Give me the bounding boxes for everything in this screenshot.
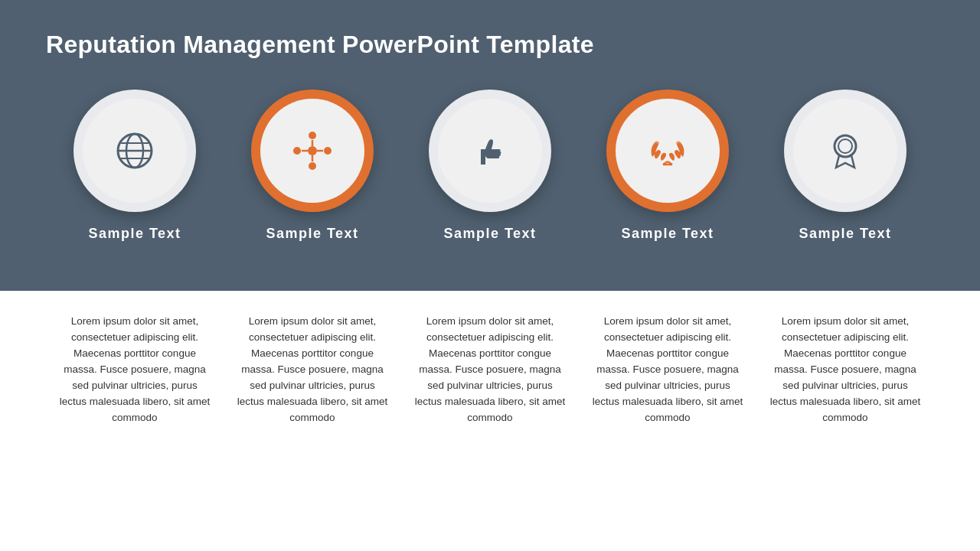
page-title: Reputation Management PowerPoint Templat… <box>46 31 934 59</box>
bottom-section: Lorem ipsum dolor sit amet, consectetuer… <box>0 291 980 551</box>
laurel-icon <box>645 128 691 174</box>
svg-point-18 <box>838 139 852 153</box>
text-row: Lorem ipsum dolor sit amet, consectetuer… <box>46 314 934 425</box>
icon-item-thumbsup: Sample Text <box>413 90 567 242</box>
svg-point-5 <box>308 146 317 155</box>
svg-point-8 <box>309 132 316 139</box>
circle-inner-laurel <box>616 99 720 203</box>
icon-label-network: Sample Text <box>266 226 358 242</box>
circle-globe <box>74 90 196 212</box>
text-col-4: Lorem ipsum dolor sit amet, consectetuer… <box>591 314 744 425</box>
text-col-3: Lorem ipsum dolor sit amet, consectetuer… <box>413 314 567 425</box>
text-col-5: Lorem ipsum dolor sit amet, consectetuer… <box>769 314 922 425</box>
icon-item-badge: Sample Text <box>769 90 922 242</box>
icon-item-globe: Sample Text <box>58 90 211 242</box>
icon-item-laurel: Sample Text <box>591 90 744 242</box>
circle-badge <box>784 90 906 212</box>
circle-laurel <box>606 90 729 212</box>
text-col-2: Lorem ipsum dolor sit amet, consectetuer… <box>236 314 389 425</box>
svg-point-9 <box>309 162 316 170</box>
thumbsup-icon <box>467 128 513 174</box>
icon-label-badge: Sample Text <box>799 226 891 242</box>
icon-label-laurel: Sample Text <box>621 226 714 242</box>
text-col-1: Lorem ipsum dolor sit amet, consectetuer… <box>58 314 211 425</box>
icon-label-globe: Sample Text <box>88 226 181 242</box>
icon-label-thumbsup: Sample Text <box>443 226 536 242</box>
circle-inner-globe <box>83 99 187 203</box>
top-section: Reputation Management PowerPoint Templat… <box>0 0 980 291</box>
circle-inner-badge <box>793 99 897 203</box>
circle-inner-thumbsup <box>438 99 542 203</box>
icon-item-network: Sample Text <box>236 90 389 242</box>
circle-thumbsup <box>429 90 551 212</box>
circle-network <box>251 90 374 212</box>
network-icon <box>289 128 335 174</box>
circle-inner-network <box>260 99 364 203</box>
icons-row: Sample Text <box>46 90 934 242</box>
badge-icon <box>822 128 868 174</box>
svg-point-6 <box>293 147 301 155</box>
globe-icon <box>112 128 158 174</box>
svg-point-7 <box>324 147 332 155</box>
